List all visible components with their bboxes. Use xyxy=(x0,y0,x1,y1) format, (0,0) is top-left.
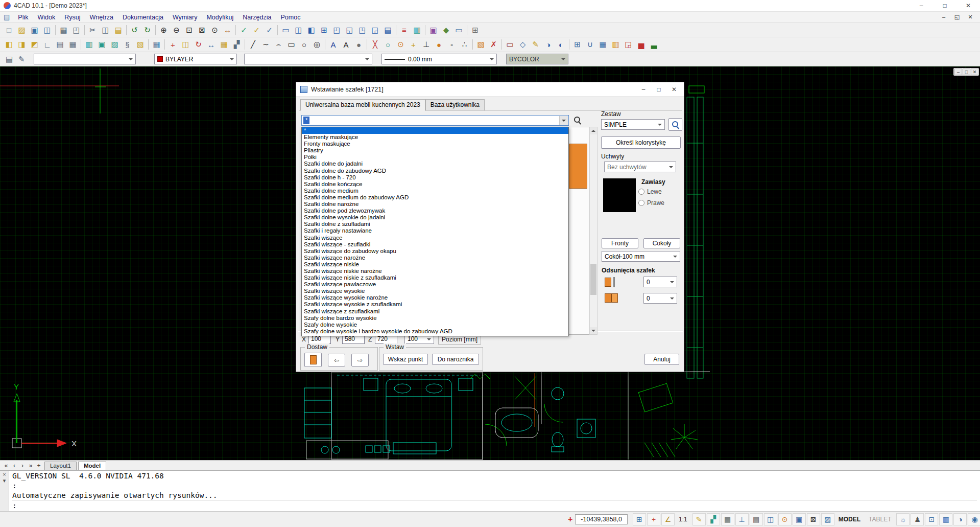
radio-lewe-circle[interactable] xyxy=(638,189,644,195)
boundary-icon[interactable]: ▭ xyxy=(504,39,516,51)
command-line-body[interactable]: GL_VERSION SL 4.6.0 NVIDIA 471.68:Automa… xyxy=(9,471,980,511)
lineweight-toggle-icon[interactable]: ▤ xyxy=(750,513,763,525)
category-list-item[interactable]: Elementy maskujące xyxy=(302,134,568,141)
text-icon[interactable]: A xyxy=(327,39,340,51)
nearest-icon[interactable]: ◦ xyxy=(445,39,458,51)
mdi-minimize-button[interactable]: – xyxy=(937,14,950,20)
scrollbar-thumb[interactable] xyxy=(590,264,596,295)
view-iso-icon[interactable]: ◲ xyxy=(369,24,381,36)
model-space-toggle[interactable]: MODEL xyxy=(834,516,865,523)
zestaw-search-button[interactable] xyxy=(668,118,682,131)
viewport-minimize-icon[interactable]: – xyxy=(954,68,962,75)
loft-icon[interactable]: ◐ xyxy=(555,39,567,51)
view-front-icon[interactable]: ◱ xyxy=(343,24,356,36)
fields-icon[interactable]: ▦ xyxy=(150,39,163,51)
cokol-combo[interactable]: Cokół-100 mm xyxy=(602,251,680,262)
cokoly-button[interactable]: Cokoły xyxy=(643,238,680,248)
plotstyle-combo[interactable]: BYCOLOR xyxy=(506,54,568,64)
category-list-item[interactable]: * xyxy=(302,127,568,134)
chart-icon[interactable]: ▅ xyxy=(635,39,648,51)
match-props-icon[interactable]: ◨ xyxy=(15,39,28,51)
do-naroznika-button[interactable]: Do narożnika xyxy=(432,354,479,365)
ortho-toggle-icon[interactable]: ⊥ xyxy=(735,513,749,525)
wskaz-punkt-button[interactable]: Wskaż punkt xyxy=(383,354,428,365)
category-list-item[interactable]: Fronty maskujące xyxy=(302,141,568,147)
join-icon[interactable]: ○ xyxy=(381,39,394,51)
area-icon[interactable]: ◲ xyxy=(622,39,635,51)
cabinet-preview-thumbnail[interactable] xyxy=(569,144,587,189)
open-icon[interactable]: ▨ xyxy=(15,24,28,36)
commandline-scroll-icon[interactable]: ▾ xyxy=(3,477,6,484)
dynamic-input-icon[interactable]: ◫ xyxy=(764,513,777,525)
menu-item-wymiary[interactable]: Wymiary xyxy=(168,14,202,21)
donut-icon[interactable]: ◎ xyxy=(310,39,323,51)
window-close-button[interactable]: ✕ xyxy=(957,0,980,11)
render-icon[interactable]: ▣ xyxy=(427,24,440,36)
layer-combo[interactable] xyxy=(34,54,136,64)
preview-scrollbar[interactable] xyxy=(589,127,597,335)
quick-properties-icon[interactable]: ⊙ xyxy=(778,513,792,525)
zoom-window-icon[interactable]: ⊡ xyxy=(183,24,196,36)
pan-icon[interactable]: ↔ xyxy=(221,24,234,36)
viewport-restore-icon[interactable]: □ xyxy=(963,68,970,75)
info-icon[interactable]: ◉ xyxy=(968,513,980,525)
image-icon[interactable]: ▧ xyxy=(134,39,147,51)
last-layout-button[interactable]: » xyxy=(27,462,35,469)
perpendicular-icon[interactable]: ⊥ xyxy=(420,39,433,51)
scroll-up-icon[interactable] xyxy=(590,127,597,134)
user-icon[interactable]: ♟ xyxy=(911,513,924,525)
menu-item-pomoc[interactable]: Pomoc xyxy=(276,14,305,21)
dialog-title-bar[interactable]: Wstawianie szafek [1721] –□✕ xyxy=(296,82,684,97)
commandline-close-icon[interactable]: × xyxy=(3,471,6,477)
tab-uniwersalna-baza[interactable]: Uniwersalna baza mebli kuchennych 2023 xyxy=(300,99,425,111)
viewport-four-icon[interactable]: ⊞ xyxy=(318,24,330,36)
tablet-toggle[interactable]: TABLET xyxy=(865,516,895,523)
category-list-item[interactable]: Szafy dolne wysokie xyxy=(302,322,568,328)
sweep-icon[interactable]: ✎ xyxy=(529,39,542,51)
category-list-item[interactable]: Pilastry xyxy=(302,147,568,154)
zoom-in-icon[interactable]: ⊕ xyxy=(157,24,170,36)
zoom-out-icon[interactable]: ⊖ xyxy=(170,24,183,36)
explorer-icon[interactable]: ▥ xyxy=(83,39,95,51)
combo-dropdown-icon[interactable] xyxy=(559,116,568,125)
kolorystyka-button[interactable]: Określ kolorystykę xyxy=(601,136,681,149)
menu-item-widok[interactable]: Widok xyxy=(33,14,60,21)
category-list-item[interactable]: Szafki wiszące wysokie narożne xyxy=(302,294,568,301)
command-line-panel[interactable]: × ▾ GL_VERSION SL 4.6.0 NVIDIA 471.68:Au… xyxy=(0,470,980,511)
category-list-item[interactable]: Szafki wiszące - szufladki xyxy=(302,241,568,248)
crosshair-toggle-icon[interactable]: + xyxy=(647,513,660,525)
paste-icon[interactable]: ▤ xyxy=(112,24,125,36)
mdi-close-button[interactable]: ✕ xyxy=(964,14,977,20)
first-layout-button[interactable]: « xyxy=(2,462,10,469)
category-list-item[interactable]: Szafki wiszące z szufladkami xyxy=(302,308,568,315)
window-minimize-button[interactable]: – xyxy=(910,0,933,11)
uchwyty-combo[interactable]: Bez uchwytów xyxy=(604,162,676,172)
menu-item-plik[interactable]: Plik xyxy=(13,14,33,21)
named-views-icon[interactable]: ▤ xyxy=(381,24,394,36)
category-list-item[interactable]: Szafki dolne kończące xyxy=(302,181,568,188)
sphere-icon[interactable]: ● xyxy=(352,39,365,51)
align-icon[interactable]: ◩ xyxy=(28,39,41,51)
shade-icon[interactable]: ◆ xyxy=(440,24,452,36)
category-list-item[interactable]: Szafki dolne h - 720 xyxy=(302,174,568,181)
command-prompt[interactable]: : xyxy=(12,500,977,511)
tab-baza-uzytkownika[interactable]: Baza użytkownika xyxy=(425,99,485,111)
category-list-item[interactable]: Szafki dolne z szufladami xyxy=(302,221,568,227)
mdi-restore-button[interactable]: ◱ xyxy=(950,14,964,20)
dostaw-right-button[interactable]: ⇨ xyxy=(351,354,369,366)
copy-icon[interactable]: ◫ xyxy=(99,24,112,36)
viewport-close-icon[interactable]: ✕ xyxy=(971,68,978,75)
region-icon[interactable]: ⊞ xyxy=(571,39,584,51)
category-list-item[interactable]: Szafki dolne pod zlewozmywak xyxy=(302,208,568,214)
polyline-edit-icon[interactable]: ◧ xyxy=(3,39,15,51)
draw-order-icon[interactable]: ≡ xyxy=(398,24,411,36)
category-list-item[interactable]: Szafki i regały nastawiane xyxy=(302,227,568,234)
units-icon[interactable]: ▤ xyxy=(54,39,66,51)
viewport-three-icon[interactable]: ◧ xyxy=(305,24,318,36)
plot-icon[interactable]: ▦ xyxy=(57,24,70,36)
stats-icon[interactable]: ▃ xyxy=(648,39,660,51)
category-list-item[interactable]: Szafki wiszące narożne xyxy=(302,255,568,261)
cut-icon[interactable]: ✂ xyxy=(86,24,99,36)
side-panel-icon[interactable]: ▥ xyxy=(939,513,952,525)
regen-icon[interactable]: ✓ xyxy=(237,24,250,36)
